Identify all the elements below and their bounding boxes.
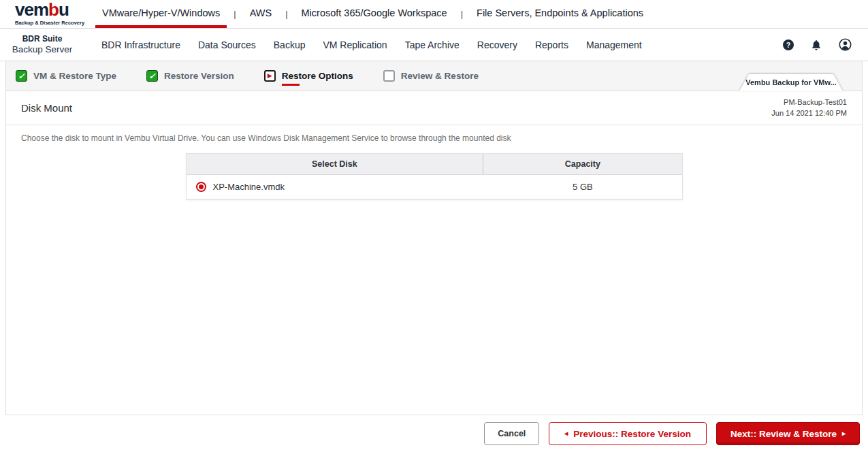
product-tabs: VMware/Hyper-V/Windows | AWS | Microsoft… [95, 0, 650, 28]
logo-tagline: Backup & Disaster Recovery [15, 20, 91, 26]
previous-button-label: Previous:: Restore Version [573, 429, 691, 439]
page-description: Choose the disk to mount in Vembu Virtua… [21, 133, 847, 143]
previous-button[interactable]: ◂ Previous:: Restore Version [549, 422, 707, 445]
account-icon[interactable] [839, 38, 852, 51]
menu-item-bdr-infrastructure[interactable]: BDR Infrastructure [93, 39, 189, 50]
capacity-cell: 5 GB [483, 175, 681, 199]
page-header: Disk Mount PM-Backup-Test01 Jun 14 2021 … [6, 91, 862, 125]
context-tab-wrap: Vembu Backup for VMw... [739, 74, 843, 91]
wizard-step-restore-options[interactable]: ▶ Restore Options [264, 70, 353, 82]
disk-radio-selected[interactable] [196, 182, 206, 192]
check-icon: ✓ [146, 70, 158, 82]
backup-timestamp: Jun 14 2021 12:40 PM [771, 108, 847, 118]
step-label: Restore Version [164, 71, 234, 81]
wizard-step-vm-restore-type[interactable]: ✓ VM & Restore Type [16, 70, 116, 82]
main-menu: BDR Infrastructure Data Sources Backup V… [93, 39, 651, 50]
wizard-actions: Cancel ◂ Previous:: Restore Version Next… [0, 415, 868, 452]
disk-cell: XP-Machine.vmdk [187, 175, 484, 199]
table-header-row: Select Disk Capacity [187, 154, 682, 175]
menu-item-management[interactable]: Management [577, 39, 651, 50]
menu-item-reports[interactable]: Reports [526, 39, 577, 50]
backup-name: PM-Backup-Test01 [771, 97, 847, 108]
disk-selection-table: Select Disk Capacity XP-Machine.vmdk 5 G… [186, 153, 683, 200]
notifications-icon[interactable] [810, 39, 822, 51]
logo-wordmark: vembu [15, 2, 91, 18]
product-tab-vmware-hyperv-windows[interactable]: VMware/Hyper-V/Windows [95, 0, 227, 28]
menu-item-vm-replication[interactable]: VM Replication [314, 39, 396, 50]
product-tab-fileservers-endpoints[interactable]: File Servers, Endpoints & Applications [470, 0, 650, 28]
help-glyph: ? [783, 39, 794, 50]
tab-separator: | [227, 0, 242, 28]
step-label: Restore Options [282, 71, 353, 81]
wizard-steps: ✓ VM & Restore Type ✓ Restore Version ▶ … [16, 70, 479, 82]
page-title: Disk Mount [21, 102, 72, 114]
next-button-label: Next:: Review & Restore [730, 429, 837, 439]
product-tab-aws[interactable]: AWS [243, 0, 279, 28]
top-header: vembu Backup & Disaster Recovery VMware/… [0, 0, 868, 29]
step-label: VM & Restore Type [33, 71, 116, 81]
menu-item-tape-archive[interactable]: Tape Archive [396, 39, 468, 50]
user-avatar-icon [839, 38, 852, 51]
page-content: Choose the disk to mount in Vembu Virtua… [6, 125, 862, 415]
backup-context-tab[interactable]: Vembu Backup for VMw... [739, 74, 843, 91]
next-button[interactable]: Next:: Review & Restore ▸ [716, 422, 860, 445]
step-label: Review & Restore [401, 71, 479, 81]
menu-item-backup[interactable]: Backup [265, 39, 315, 50]
empty-checkbox-icon [383, 70, 395, 82]
bdr-suite-home[interactable]: BDR Suite Backup Server [0, 34, 84, 56]
play-icon: ▶ [264, 70, 276, 82]
radio-dot [199, 184, 204, 189]
wizard-steps-bar: ✓ VM & Restore Type ✓ Restore Version ▶ … [6, 61, 862, 91]
restore-wizard-card: ✓ VM & Restore Type ✓ Restore Version ▶ … [5, 61, 863, 415]
suite-title: BDR Suite [0, 34, 84, 44]
tab-separator: | [278, 0, 294, 28]
right-arrow-icon: ▸ [842, 430, 846, 437]
wizard-step-restore-version[interactable]: ✓ Restore Version [146, 70, 234, 82]
menu-item-data-sources[interactable]: Data Sources [189, 39, 265, 50]
help-icon[interactable]: ? [783, 39, 794, 50]
wizard-step-review-restore[interactable]: Review & Restore [383, 70, 479, 82]
cancel-button[interactable]: Cancel [484, 422, 539, 445]
nav-icons: ? [783, 38, 868, 51]
left-arrow-icon: ◂ [564, 430, 568, 437]
main-nav: BDR Suite Backup Server BDR Infrastructu… [0, 29, 868, 61]
suite-subtitle: Backup Server [0, 44, 84, 56]
backup-meta: PM-Backup-Test01 Jun 14 2021 12:40 PM [771, 97, 847, 118]
column-header-select-disk: Select Disk [187, 154, 484, 174]
bell-icon [810, 39, 822, 51]
table-row: XP-Machine.vmdk 5 GB [187, 175, 682, 199]
column-header-capacity: Capacity [483, 154, 681, 174]
menu-item-recovery[interactable]: Recovery [468, 39, 526, 50]
product-tab-microsoft365-google[interactable]: Microsoft 365/Google Workspace [295, 0, 454, 28]
check-icon: ✓ [16, 70, 27, 82]
disk-name: XP-Machine.vmdk [213, 182, 285, 192]
vembu-logo[interactable]: vembu Backup & Disaster Recovery [15, 0, 91, 28]
tab-separator: | [454, 0, 470, 28]
